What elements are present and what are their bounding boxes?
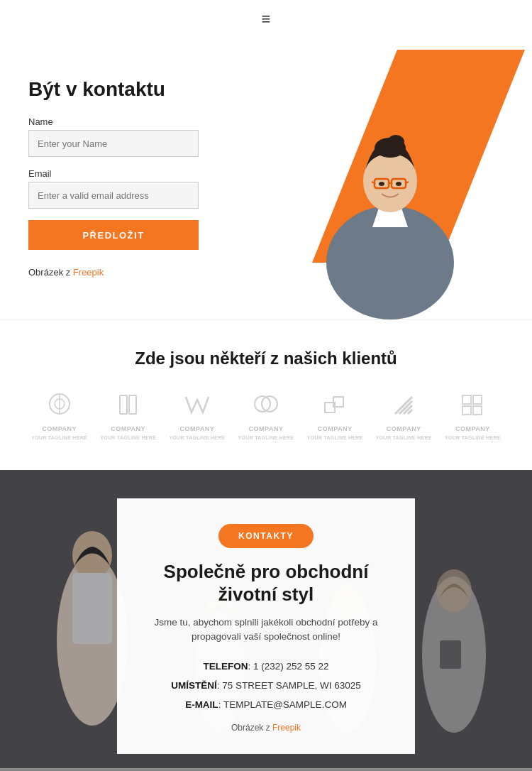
contact-phone: TELEFON: 1 (232) 252 55 22	[143, 657, 389, 676]
svg-point-13	[396, 182, 401, 186]
svg-rect-29	[462, 406, 471, 415]
client-logo-5-label: COMPANYYOUR TAGLINE HERE	[307, 425, 363, 442]
client-logo-6-label: COMPANYYOUR TAGLINE HERE	[376, 425, 432, 442]
client-logo-4: COMPANYYOUR TAGLINE HERE	[238, 390, 294, 442]
client-logo-7-label: COMPANYYOUR TAGLINE HERE	[445, 425, 501, 442]
clients-section: Zde jsou někteří z našich klientů COMPAN…	[0, 319, 532, 470]
submit-button[interactable]: PŘEDLOŽIT	[28, 220, 199, 250]
client-logo-3: COMPANYYOUR TAGLINE HERE	[169, 390, 225, 442]
freepik-credit: Obrázek z Freepik	[28, 267, 241, 278]
svg-rect-30	[473, 406, 482, 415]
hero-section: Být v kontaktu Name Email PŘEDLOŽIT Obrá…	[0, 35, 532, 319]
svg-point-6	[387, 135, 404, 149]
hero-woman-image	[262, 57, 518, 319]
client-logo-6: COMPANYYOUR TAGLINE HERE	[376, 390, 432, 442]
contact-title: Společně pro obchodní životní styl	[143, 561, 389, 605]
svg-rect-28	[473, 395, 482, 404]
contact-freepik-credit: Obrázek z Freepik	[143, 723, 389, 733]
svg-rect-18	[129, 395, 136, 414]
clients-logos: COMPANYYOUR TAGLINE HERE COMPANYYOUR TAG…	[28, 390, 504, 442]
contact-card: KONTAKTY Společně pro obchodní životní s…	[117, 498, 415, 754]
svg-rect-27	[462, 395, 471, 404]
email-label: Email	[28, 168, 241, 179]
hamburger-icon[interactable]: ≡	[262, 10, 271, 28]
contact-description: Jsme tu, abychom splnili jakékoli obchod…	[143, 616, 389, 645]
freepik-link[interactable]: Freepik	[73, 267, 104, 278]
client-logo-1: COMPANYYOUR TAGLINE HERE	[31, 390, 87, 442]
contact-button[interactable]: KONTAKTY	[218, 524, 314, 548]
hero-image-area	[234, 35, 532, 319]
client-logo-1-label: COMPANYYOUR TAGLINE HERE	[31, 425, 87, 442]
client-logo-4-label: COMPANYYOUR TAGLINE HERE	[238, 425, 294, 442]
client-logo-3-label: COMPANYYOUR TAGLINE HERE	[169, 425, 225, 442]
contact-freepik-link[interactable]: Freepik	[272, 723, 301, 733]
email-input[interactable]	[28, 182, 199, 209]
client-logo-2-label: COMPANYYOUR TAGLINE HERE	[100, 425, 156, 442]
client-logo-5: COMPANYYOUR TAGLINE HERE	[307, 390, 363, 442]
clients-title: Zde jsou někteří z našich klientů	[28, 349, 504, 368]
client-logo-2: COMPANYYOUR TAGLINE HERE	[100, 390, 156, 442]
hero-title: Být v kontaktu	[28, 78, 241, 101]
business-section: KONTAKTY Společně pro obchodní životní s…	[0, 470, 532, 771]
name-input[interactable]	[28, 130, 199, 157]
contact-address: UMÍSTĚNÍ: 75 STREET SAMPLE, WI 63025	[143, 676, 389, 695]
svg-rect-17	[120, 395, 127, 414]
contact-info: TELEFON: 1 (232) 252 55 22 UMÍSTĚNÍ: 75 …	[143, 657, 389, 714]
name-label: Name	[28, 116, 241, 127]
header: ≡	[0, 0, 532, 35]
hero-form: Být v kontaktu Name Email PŘEDLOŽIT Obrá…	[28, 64, 241, 278]
contact-email: E-MAIL: TEMPLATE@SAMPLE.COM	[143, 695, 389, 714]
client-logo-7: COMPANYYOUR TAGLINE HERE	[445, 390, 501, 442]
svg-point-12	[379, 182, 384, 186]
